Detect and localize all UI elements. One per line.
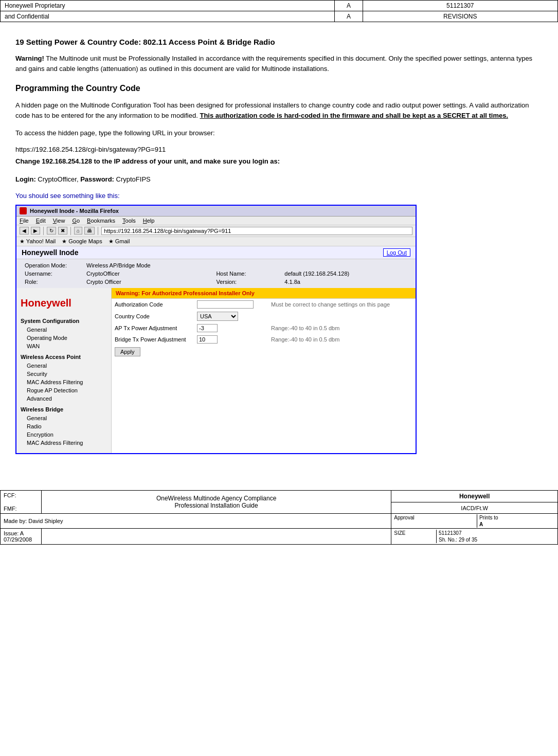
footer-inner-row-2: A [392, 521, 557, 528]
approval-label: Approval [392, 514, 477, 521]
footer-issue: Issue: A 07/29/2008 [1, 528, 42, 544]
browser-screenshot: Honeywell Inode - Mozilla Firefox File E… [15, 205, 417, 454]
config-input-0[interactable] [194, 299, 268, 310]
footer-inner-row-1: Approval Prints to [392, 514, 557, 521]
info-value2-0 [280, 261, 411, 269]
sidebar-item-operating-mode[interactable]: Operating Mode [16, 334, 111, 342]
toolbar-sep-2 [70, 227, 71, 235]
header-rev-letter-2: A [335, 11, 363, 22]
info-row-0: Operation Mode: Wireless AP/Bridge Mode [21, 261, 411, 269]
footer-size-table: SIZE 51121307 Sh. No.: 29 of 35 [392, 530, 557, 543]
menu-file[interactable]: File [20, 218, 29, 224]
bookmark-google-maps[interactable]: ★ Google Maps [62, 238, 102, 245]
right-panel: Warning: For Authorized Professional Ins… [112, 288, 416, 453]
browser-icon [20, 207, 27, 214]
menu-go[interactable]: Go [72, 218, 80, 224]
password-value: CryptoFIPS [114, 175, 151, 183]
intro-line: You should see something like this: [15, 192, 543, 200]
footer-row-4: Issue: A 07/29/2008 SIZE 51121307 Sh. No… [1, 528, 558, 544]
issue-label: Issue: [4, 530, 19, 536]
warning-label: Warning! [15, 55, 44, 62]
config-input-3[interactable] [194, 334, 268, 345]
sidebar-item-wap-general[interactable]: General [16, 362, 111, 370]
config-input-1[interactable]: USA [194, 310, 268, 322]
bookmark-gmail[interactable]: ★ Gmail [109, 238, 130, 245]
config-label-0: Authorization Code [112, 299, 194, 310]
config-hint-2: Range:-40 to 40 in 0.5 dbm [268, 322, 416, 334]
footer-center-line2: Professional Installation Guide [45, 502, 388, 509]
password-label: Password: [80, 175, 114, 183]
browser-menubar: File Edit View Go Bookmarks Tools Help [16, 217, 416, 225]
reload-button[interactable]: ↻ [47, 227, 56, 235]
sidebar-item-encryption[interactable]: Encryption [16, 430, 111, 439]
body1-bold: This authorization code is hard-coded in… [200, 112, 508, 119]
login-value: CryptoOfficer, [36, 175, 80, 183]
back-button[interactable]: ◀ [20, 227, 29, 235]
info-label2-1: Host Name: [212, 269, 280, 278]
logout-button[interactable]: Log Out [383, 248, 410, 257]
footer-table: FCF: FMF: OneWireless Multinode Agency C… [0, 490, 558, 545]
sidebar-item-mac-filtering[interactable]: MAC Address Filtering [16, 378, 111, 386]
sidebar-item-radio[interactable]: Radio [16, 422, 111, 430]
ap-tx-input[interactable] [197, 324, 218, 332]
info-value-1: CryptoOfficer [82, 269, 212, 278]
config-input-2[interactable] [194, 322, 268, 334]
sidebar-item-wb-general[interactable]: General [16, 414, 111, 422]
browser-title: Honeywell Inode - Mozilla Firefox [30, 208, 119, 214]
header-revisions: REVISIONS [363, 11, 557, 22]
main-content: 19 Setting Power & Country Code: 802.11 … [0, 22, 558, 475]
bookmark-yahoo[interactable]: ★ Yahoo! Mail [20, 238, 56, 245]
forward-button[interactable]: ▶ [31, 227, 40, 235]
menu-bookmarks[interactable]: Bookmarks [87, 218, 115, 224]
apply-button[interactable]: Apply [115, 347, 140, 356]
config-row-1: Country Code USA [112, 310, 416, 322]
sidebar-item-wan[interactable]: WAN [16, 342, 111, 350]
doc-number-footer: 51121307 [436, 530, 557, 536]
menu-view[interactable]: View [53, 218, 65, 224]
auth-code-input[interactable] [197, 300, 254, 309]
sidebar-item-general[interactable]: General [16, 326, 111, 334]
footer-iacd: IACD/Ft.W [391, 502, 558, 513]
footer-row-3: Made by: David Shipley Approval Prints t… [1, 513, 558, 528]
sidebar-item-rogue-ap[interactable]: Rogue AP Detection [16, 386, 111, 394]
home-button[interactable]: ⌂ [74, 227, 82, 235]
footer-fcf-fmf: FCF: FMF: [1, 490, 42, 513]
sidebar-item-security[interactable]: Security [16, 370, 111, 378]
config-label-3: Bridge Tx Power Adjustment [112, 334, 194, 345]
menu-help[interactable]: Help [143, 218, 155, 224]
footer-center-line1: OneWireless Multinode Agency Compliance [45, 495, 388, 502]
config-table: Authorization Code Must be correct to ch… [112, 299, 416, 345]
country-code-select[interactable]: USA [197, 312, 238, 321]
config-hint-1 [268, 310, 416, 322]
footer-blank [42, 528, 391, 544]
section-title: 19 Setting Power & Country Code: 802.11 … [15, 38, 543, 46]
subsection-title: Programming the Country Code [15, 84, 543, 93]
config-label-2: AP Tx Power Adjustment [112, 322, 194, 334]
sidebar-item-advanced[interactable]: Advanced [16, 394, 111, 403]
size-label: SIZE [392, 530, 436, 536]
sidebar-wap-title: Wireless Access Point [16, 352, 111, 362]
address-bar[interactable] [101, 227, 412, 235]
print-button[interactable]: 🖶 [84, 227, 95, 235]
bridge-tx-input[interactable] [197, 335, 218, 344]
sidebar-item-wb-mac-filtering[interactable]: MAC Address Filtering [16, 439, 111, 447]
header-doc-number: 51121307 [363, 1, 557, 11]
size-value [392, 536, 436, 543]
fmf-label: FMF: [4, 506, 38, 512]
change-line-text: Change 192.168.254.128 to the IP address… [15, 157, 280, 165]
body-paragraph-2: To access the hidden page, type the foll… [15, 128, 543, 138]
stop-button[interactable]: ✖ [58, 227, 67, 235]
sidebar-section-wb: Wireless Bridge General Radio Encryption… [16, 405, 111, 447]
info-value-2: Crypto Officer [82, 278, 212, 286]
footer-honeywell: Honeywell [391, 490, 558, 502]
logo-area: Honeywell [16, 292, 111, 316]
menu-tools[interactable]: Tools [122, 218, 136, 224]
footer-inner-table: Approval Prints to A [392, 514, 557, 528]
fcf-label: FCF: [4, 492, 38, 498]
config-label-1: Country Code [112, 310, 194, 322]
footer-size-row-1: SIZE 51121307 [392, 530, 557, 536]
footer-size-sh: SIZE 51121307 Sh. No.: 29 of 35 [391, 528, 558, 544]
menu-edit[interactable]: Edit [36, 218, 46, 224]
config-hint-3: Range:-40 to 40 in 0.5 dbm [268, 334, 416, 345]
header-table: Honeywell Proprietary A 51121307 and Con… [0, 0, 558, 22]
